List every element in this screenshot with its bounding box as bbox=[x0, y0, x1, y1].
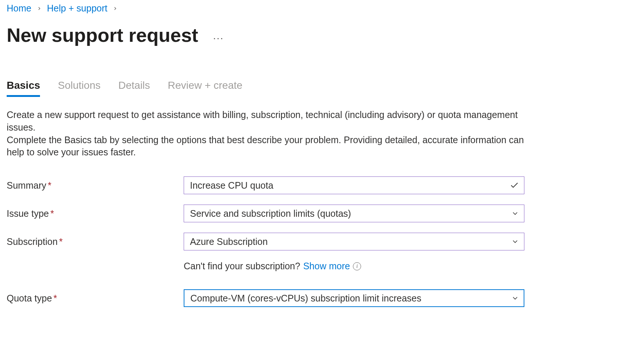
subscription-helper-text: Can't find your subscription? Show more … bbox=[184, 261, 361, 272]
issue-type-select[interactable]: Service and subscription limits (quotas) bbox=[184, 205, 524, 222]
chevron-right-icon bbox=[113, 4, 118, 13]
form-row-summary: Summary* Increase CPU quota bbox=[7, 176, 627, 194]
tab-details[interactable]: Details bbox=[118, 80, 150, 97]
form-row-issue-type: Issue type* Service and subscription lim… bbox=[7, 205, 627, 222]
more-menu-button[interactable]: ··· bbox=[213, 32, 224, 44]
subscription-select[interactable]: Azure Subscription bbox=[184, 233, 524, 250]
page-title: New support request bbox=[7, 24, 198, 46]
quota-type-label: Quota type* bbox=[7, 293, 184, 304]
breadcrumb-home[interactable]: Home bbox=[7, 3, 31, 14]
description-text: Create a new support request to get assi… bbox=[7, 109, 529, 159]
tab-basics[interactable]: Basics bbox=[7, 80, 40, 97]
tab-review-create[interactable]: Review + create bbox=[168, 80, 243, 97]
chevron-down-icon bbox=[511, 209, 519, 218]
form-row-quota-type: Quota type* Compute-VM (cores-vCPUs) sub… bbox=[7, 289, 627, 307]
breadcrumb: Home Help + support bbox=[7, 3, 627, 14]
show-more-link[interactable]: Show more bbox=[303, 261, 350, 272]
info-icon[interactable]: i bbox=[353, 262, 361, 270]
subscription-helper-row: Can't find your subscription? Show more … bbox=[7, 261, 627, 272]
tabs: Basics Solutions Details Review + create bbox=[7, 80, 627, 97]
chevron-right-icon bbox=[37, 4, 42, 13]
chevron-down-icon bbox=[511, 294, 519, 302]
required-indicator: * bbox=[59, 236, 63, 247]
breadcrumb-help-support[interactable]: Help + support bbox=[47, 3, 107, 14]
chevron-down-icon bbox=[511, 237, 519, 246]
tab-solutions[interactable]: Solutions bbox=[58, 80, 100, 97]
required-indicator: * bbox=[53, 293, 57, 303]
summary-label: Summary* bbox=[7, 180, 184, 191]
quota-type-select[interactable]: Compute-VM (cores-vCPUs) subscription li… bbox=[184, 289, 524, 307]
checkmark-icon bbox=[510, 181, 519, 190]
required-indicator: * bbox=[48, 180, 51, 191]
form-row-subscription: Subscription* Azure Subscription bbox=[7, 233, 627, 250]
subscription-label: Subscription* bbox=[7, 236, 184, 247]
summary-input[interactable]: Increase CPU quota bbox=[184, 176, 524, 194]
issue-type-label: Issue type* bbox=[7, 208, 184, 219]
required-indicator: * bbox=[50, 208, 54, 219]
page-header: New support request ··· bbox=[7, 24, 627, 46]
